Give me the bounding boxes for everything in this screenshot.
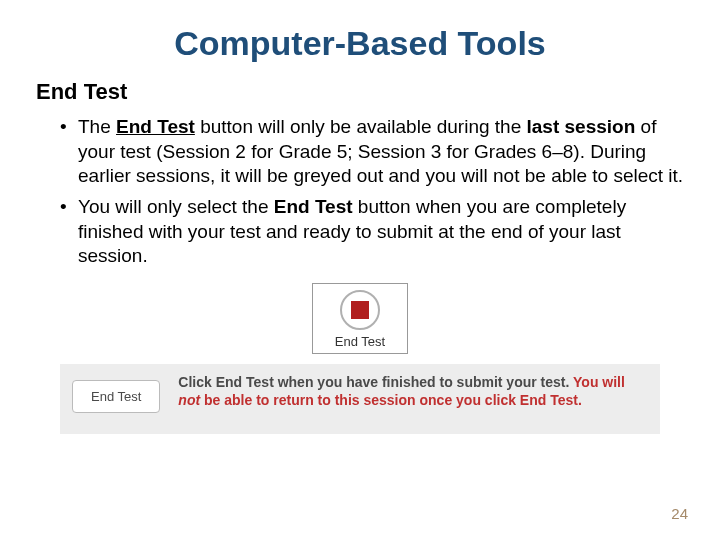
stop-icon [340, 290, 380, 330]
end-test-icon-card: End Test [312, 283, 408, 354]
instruction-strip: End Test Click End Test when you have fi… [60, 364, 660, 434]
bullet-item: You will only select the End Test button… [60, 195, 684, 269]
warning-text: be able to return to this session once y… [200, 392, 582, 408]
stop-square-icon [351, 301, 369, 319]
section-heading: End Test [36, 79, 684, 105]
end-test-button[interactable]: End Test [72, 380, 160, 413]
slide: Computer-Based Tools End Test The End Te… [0, 0, 720, 540]
bold-text: End Test [274, 196, 353, 217]
text: Click End Test when you have finished to… [178, 374, 573, 390]
end-test-icon-label: End Test [317, 334, 403, 349]
warning-text: You will [573, 374, 625, 390]
bold-underline-text: End Test [116, 116, 195, 137]
warning-emphasis: not [178, 392, 200, 408]
text: button will only be available during the [195, 116, 527, 137]
page-number: 24 [671, 505, 688, 522]
text: The [78, 116, 116, 137]
bullet-list: The End Test button will only be availab… [36, 115, 684, 269]
slide-title: Computer-Based Tools [36, 24, 684, 63]
instruction-text: Click End Test when you have finished to… [178, 374, 648, 409]
text: You will only select the [78, 196, 274, 217]
bold-text: last session [527, 116, 636, 137]
bullet-item: The End Test button will only be availab… [60, 115, 684, 189]
